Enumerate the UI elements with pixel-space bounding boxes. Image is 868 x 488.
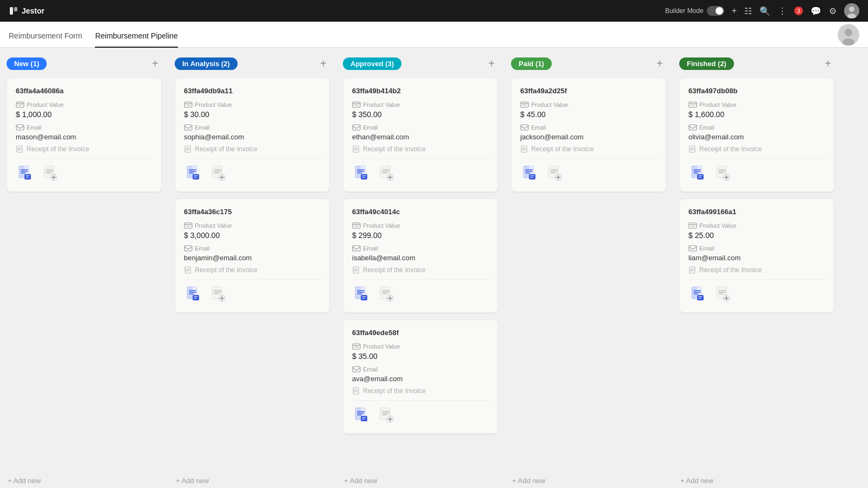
- chat-icon[interactable]: 💬: [810, 6, 821, 16]
- apps-icon[interactable]: ⋮: [778, 6, 787, 16]
- card[interactable]: 63ffa49db9a11 Product Value $ 30.00: [175, 78, 330, 192]
- svg-rect-20: [187, 166, 193, 178]
- svg-rect-77: [697, 295, 704, 300]
- add-doc-action-btn[interactable]: [41, 163, 60, 183]
- card[interactable]: 63ffa49ede58f Product Value $ 35.00: [343, 319, 498, 434]
- search-icon[interactable]: 🔍: [760, 6, 770, 16]
- add-doc-action-btn[interactable]: [713, 163, 733, 183]
- email-label: Email: [16, 123, 152, 132]
- add-doc-action-btn[interactable]: [209, 163, 228, 183]
- card[interactable]: 63ffa49c4014c Product Value $ 299.00: [343, 198, 498, 313]
- svg-rect-57: [521, 125, 528, 130]
- email-value: olivia@email.com: [688, 133, 825, 141]
- add-doc-action-btn[interactable]: [713, 284, 733, 304]
- column-badge-finished[interactable]: Finished (2): [679, 57, 734, 70]
- add-doc-action-btn[interactable]: [377, 163, 397, 183]
- product-label: Product Value: [16, 100, 152, 109]
- add-new-paid[interactable]: + Add new: [511, 473, 666, 488]
- doc-action-btn[interactable]: [184, 284, 203, 304]
- column-add-new[interactable]: +: [149, 56, 162, 71]
- email-value: liam@email.com: [688, 254, 825, 262]
- card-product-field: Product Value $ 1,000.00: [16, 100, 152, 119]
- product-value: $ 299.00: [352, 231, 489, 240]
- card[interactable]: 63ffa4a36c175 Product Value $ 3,000.00: [175, 198, 330, 313]
- svg-rect-44: [355, 287, 361, 299]
- settings-icon[interactable]: ⚙: [829, 6, 837, 16]
- add-new-finished[interactable]: + Add new: [679, 473, 834, 488]
- tab-reimbursement-form[interactable]: Reimbursement Form: [9, 25, 82, 48]
- card[interactable]: 63ffa49a2d25f Product Value $ 45.00: [511, 78, 666, 192]
- card[interactable]: 63ffa49b414b2 Product Value $ 350.00: [343, 78, 498, 192]
- column-approved: Approved (3)+ 63ffa49b414b2 Product Valu…: [336, 56, 505, 488]
- column-add-paid[interactable]: +: [653, 56, 666, 71]
- product-icon: [520, 100, 529, 109]
- doc-action-btn[interactable]: [688, 163, 708, 183]
- doc-action-btn[interactable]: [688, 284, 708, 304]
- product-value: $ 30.00: [184, 110, 321, 119]
- product-label: Product Value: [352, 342, 489, 351]
- card-actions: [184, 279, 321, 304]
- card-email-field: Email liam@email.com: [688, 244, 825, 262]
- email-label: Email: [688, 244, 825, 253]
- doc-action-btn[interactable]: [352, 284, 372, 304]
- add-new-approved[interactable]: + Add new: [343, 473, 498, 488]
- doc-action-btn[interactable]: [352, 405, 372, 425]
- receipt-field: Receipt of the Invoice: [16, 145, 152, 153]
- add-new-in_analysis[interactable]: + Add new: [175, 473, 330, 488]
- cards-paid: 63ffa49a2d25f Product Value $ 45.00: [511, 78, 666, 472]
- tab-avatar: [838, 24, 859, 46]
- toggle-switch[interactable]: [707, 6, 724, 16]
- svg-rect-17: [184, 125, 192, 130]
- card-product-field: Product Value $ 299.00: [352, 221, 489, 240]
- tab-reimbursement-pipeline[interactable]: Reimbursement Pipeline: [95, 25, 178, 48]
- card[interactable]: 63ffa497db08b Product Value $ 1,600.00: [679, 78, 834, 192]
- builder-mode-label: Builder Mode: [665, 7, 704, 15]
- plus-icon[interactable]: +: [732, 6, 737, 16]
- column-badge-new[interactable]: New (1): [7, 57, 47, 70]
- svg-rect-29: [193, 295, 199, 300]
- cards-finished: 63ffa497db08b Product Value $ 1,600.00: [679, 78, 834, 472]
- app-logo: Jestor: [9, 6, 44, 16]
- doc-action-btn[interactable]: [520, 163, 540, 183]
- column-badge-approved[interactable]: Approved (3): [343, 57, 401, 70]
- card[interactable]: 63ffa499166a1 Product Value $ 25.00: [679, 198, 834, 313]
- grid-icon[interactable]: ☷: [744, 6, 752, 16]
- column-badge-paid[interactable]: Paid (1): [511, 57, 552, 70]
- product-value: $ 1,600.00: [688, 110, 825, 119]
- doc-blue-icon: [185, 164, 202, 182]
- card-actions: [688, 158, 825, 183]
- topbar-left: Jestor: [9, 6, 44, 16]
- svg-rect-25: [184, 246, 192, 251]
- column-add-approved[interactable]: +: [485, 56, 498, 71]
- column-badge-in_analysis[interactable]: In Analysis (2): [175, 57, 238, 70]
- add-doc-action-btn[interactable]: [209, 284, 228, 304]
- doc-action-btn[interactable]: [184, 163, 203, 183]
- cards-new: 63ffa4a46086a Product Value $ 1,000.00: [7, 78, 162, 472]
- column-add-finished[interactable]: +: [821, 56, 834, 71]
- add-doc-action-btn[interactable]: [377, 405, 397, 425]
- card-actions: [688, 279, 825, 304]
- add-new-new[interactable]: + Add new: [7, 473, 162, 488]
- card[interactable]: 63ffa4a46086a Product Value $ 1,000.00: [7, 78, 162, 192]
- builder-mode-toggle[interactable]: Builder Mode: [665, 6, 724, 16]
- card-actions: [352, 400, 489, 425]
- card-id: 63ffa4a46086a: [16, 87, 152, 95]
- card-id: 63ffa49c4014c: [352, 208, 489, 216]
- product-value: $ 35.00: [352, 352, 489, 361]
- doc-action-btn[interactable]: [352, 163, 372, 183]
- product-icon: [16, 100, 24, 109]
- doc-blue-icon: [690, 285, 707, 303]
- card-product-field: Product Value $ 1,600.00: [688, 100, 825, 119]
- column-add-in_analysis[interactable]: +: [317, 56, 330, 71]
- add-doc-action-btn[interactable]: [377, 284, 397, 304]
- email-icon: [184, 244, 193, 253]
- doc-action-btn[interactable]: [16, 163, 35, 183]
- svg-rect-49: [353, 367, 360, 372]
- receipt-icon: [688, 145, 696, 153]
- svg-rect-45: [361, 295, 367, 300]
- receipt-field: Receipt of the Invoice: [520, 145, 657, 153]
- add-doc-action-btn[interactable]: [545, 163, 565, 183]
- email-value: ava@email.com: [352, 375, 489, 383]
- notification-badge[interactable]: 3: [794, 7, 803, 15]
- avatar[interactable]: [844, 3, 859, 18]
